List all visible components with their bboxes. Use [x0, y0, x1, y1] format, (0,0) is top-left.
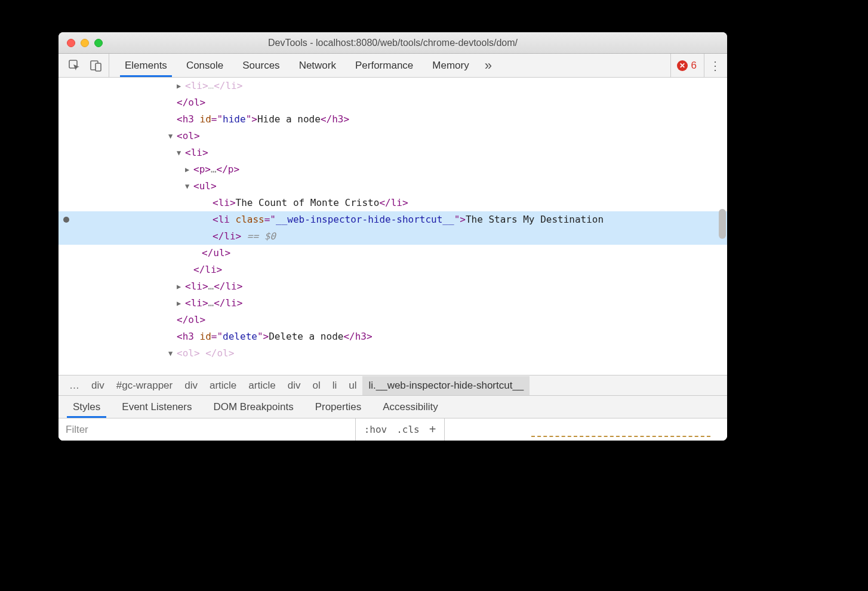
dom-tree-line[interactable]: ▼<ul>: [59, 178, 727, 195]
vertical-scrollbar[interactable]: [719, 209, 726, 239]
tab-performance[interactable]: Performance: [346, 54, 423, 77]
more-menu-icon[interactable]: ⋮: [704, 54, 721, 77]
dom-tree-line[interactable]: ▶<li>…</li>: [59, 278, 727, 295]
devtools-toolbar: ElementsConsoleSourcesNetworkPerformance…: [59, 54, 727, 78]
breadcrumb-overflow[interactable]: …: [63, 380, 85, 392]
error-count[interactable]: 6: [691, 60, 697, 72]
breadcrumb-item[interactable]: ul: [343, 380, 362, 392]
disclosure-triangle-icon[interactable]: ▼: [168, 346, 177, 362]
breadcrumb-item[interactable]: li.__web-inspector-hide-shortcut__: [362, 376, 530, 395]
box-model-margin-edge: [531, 436, 710, 439]
elements-dom-tree[interactable]: ▶<li>…</li>▶</ol>▶<h3 id="hide">Hide a n…: [59, 78, 727, 375]
minimize-window-button[interactable]: [81, 39, 89, 47]
disclosure-triangle-icon[interactable]: ▼: [168, 128, 177, 144]
dom-tree-line[interactable]: ▶</li>: [59, 261, 727, 278]
tab-elements[interactable]: Elements: [115, 54, 177, 77]
close-window-button[interactable]: [67, 39, 75, 47]
subtab-accessibility[interactable]: Accessibility: [372, 396, 449, 418]
tab-memory[interactable]: Memory: [423, 54, 478, 77]
hov-toggle[interactable]: :hov: [364, 424, 387, 435]
breadcrumb-item[interactable]: div: [178, 380, 204, 392]
disclosure-triangle-icon[interactable]: ▶: [185, 162, 193, 178]
subtab-properties[interactable]: Properties: [304, 396, 372, 418]
dom-breadcrumb: …div#gc-wrapperdivarticlearticledivolliu…: [59, 375, 727, 395]
window-title: DevTools - localhost:8080/web/tools/chro…: [59, 38, 727, 48]
breadcrumb-item[interactable]: article: [242, 380, 281, 392]
tab-console[interactable]: Console: [177, 54, 233, 77]
toolbar-right-group: ✕ 6 ⋮: [670, 54, 727, 77]
dom-tree-line[interactable]: ▶<h3 id="delete">Delete a node</h3>: [59, 328, 727, 345]
dom-tree-line[interactable]: ▼<ol>: [59, 128, 727, 144]
cls-toggle[interactable]: .cls: [396, 424, 420, 435]
breadcrumb-item[interactable]: ol: [306, 380, 326, 392]
breadcrumb-item[interactable]: article: [204, 380, 242, 392]
device-toggle-icon[interactable]: [90, 59, 103, 72]
svg-rect-2: [96, 63, 101, 71]
subtab-event-listeners[interactable]: Event Listeners: [111, 396, 202, 418]
breadcrumb-item[interactable]: li: [327, 380, 343, 392]
tab-network[interactable]: Network: [290, 54, 346, 77]
dom-tree-line[interactable]: ▶<li class="__web-inspector-hide-shortcu…: [59, 211, 727, 228]
dom-tree-line[interactable]: ▶<li>The Count of Monte Cristo</li>: [59, 195, 727, 211]
styles-filter-bar: :hov .cls +: [59, 418, 727, 441]
window-titlebar: DevTools - localhost:8080/web/tools/chro…: [59, 32, 727, 54]
dom-tree-line[interactable]: ▶</li> == $0: [59, 228, 727, 245]
devtools-window: DevTools - localhost:8080/web/tools/chro…: [59, 32, 727, 441]
new-style-rule-icon[interactable]: +: [429, 423, 436, 436]
breadcrumb-item[interactable]: div: [282, 380, 307, 392]
dom-tree-line[interactable]: ▶</ul>: [59, 245, 727, 261]
dom-tree-line[interactable]: ▶</ol>: [59, 94, 727, 111]
tabs-overflow-icon[interactable]: »: [479, 54, 498, 77]
hidden-node-marker-icon: [63, 217, 69, 223]
dom-tree-line[interactable]: ▶</ol>: [59, 312, 727, 328]
panel-tabs: ElementsConsoleSourcesNetworkPerformance…: [109, 54, 670, 77]
dom-tree-line[interactable]: ▶<li>…</li>: [59, 78, 727, 94]
subtab-dom-breakpoints[interactable]: DOM Breakpoints: [202, 396, 304, 418]
disclosure-triangle-icon[interactable]: ▶: [177, 296, 185, 312]
zoom-window-button[interactable]: [94, 39, 103, 47]
styles-subtabs: StylesEvent ListenersDOM BreakpointsProp…: [59, 395, 727, 418]
breadcrumb-item[interactable]: #gc-wrapper: [110, 380, 179, 392]
disclosure-triangle-icon[interactable]: ▶: [177, 78, 185, 94]
subtab-styles[interactable]: Styles: [62, 396, 111, 418]
styles-tools: :hov .cls +: [356, 418, 445, 441]
tab-sources[interactable]: Sources: [233, 54, 289, 77]
dom-tree-line[interactable]: ▶<li>…</li>: [59, 295, 727, 312]
disclosure-triangle-icon[interactable]: ▶: [177, 279, 185, 295]
error-badge-icon[interactable]: ✕: [677, 60, 688, 71]
disclosure-triangle-icon[interactable]: ▼: [185, 178, 193, 195]
box-model-preview: [445, 418, 727, 441]
toolbar-left-group: [59, 54, 109, 77]
dom-tree-line[interactable]: ▶<p>…</p>: [59, 161, 727, 178]
inspect-element-icon[interactable]: [68, 59, 81, 72]
dom-tree-line[interactable]: ▼<ol> </ol>: [59, 345, 727, 362]
dom-tree-line[interactable]: ▶<h3 id="hide">Hide a node</h3>: [59, 111, 727, 128]
disclosure-triangle-icon[interactable]: ▼: [177, 145, 185, 161]
traffic-lights: [59, 39, 103, 47]
dom-tree-line[interactable]: ▼<li>: [59, 144, 727, 161]
breadcrumb-item[interactable]: div: [85, 380, 110, 392]
styles-filter-input[interactable]: [59, 418, 356, 441]
